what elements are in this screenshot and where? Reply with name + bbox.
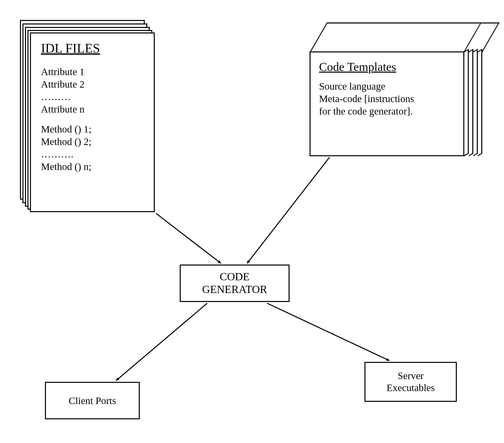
- arrow-generator-to-client: [116, 303, 207, 381]
- code-generator-line1: CODE: [220, 271, 250, 283]
- idl-front-page: IDL FILES Attribute 1 Attribute 2 ……… At…: [30, 32, 155, 212]
- arrow-generator-to-server: [267, 303, 389, 361]
- idl-line: Method () 2;: [41, 136, 144, 148]
- code-templates-line: Meta-code [instructions: [319, 93, 455, 105]
- ct-edge-page: [469, 49, 473, 156]
- server-line1: Server: [398, 370, 424, 382]
- server-line2: Executables: [386, 382, 435, 394]
- idl-line: Method () n;: [41, 160, 144, 173]
- code-generator-box: CODE GENERATOR: [180, 265, 290, 302]
- ct-front-face: Code Templates Source language Meta-code…: [310, 51, 464, 156]
- code-templates-title: Code Templates: [319, 60, 455, 74]
- idl-title: IDL FILES: [41, 41, 144, 56]
- arrow-idl-to-generator: [156, 213, 221, 263]
- code-templates-line: for the code generator].: [319, 105, 455, 118]
- ct-edge-page: [478, 49, 482, 156]
- idl-line: Attribute 2: [41, 78, 144, 91]
- arrow-templates-to-generator: [247, 157, 330, 263]
- code-generator-line2: GENERATOR: [202, 283, 267, 296]
- diagram-canvas: IDL FILES Attribute 1 Attribute 2 ……… At…: [0, 0, 504, 443]
- code-templates-line: Source language: [319, 80, 455, 93]
- idl-line: ……….: [41, 148, 144, 160]
- idl-gap: [41, 116, 144, 123]
- idl-line: Method () 1;: [41, 123, 144, 136]
- ct-edge-page: [464, 49, 469, 156]
- client-ports-box: Client Ports: [45, 382, 140, 419]
- server-executables-box: Server Executables: [364, 362, 457, 402]
- ct-edge-page: [473, 49, 478, 156]
- idl-line: ………: [41, 91, 144, 103]
- idl-line: Attribute 1: [41, 66, 144, 78]
- ct-top-face: [310, 22, 482, 52]
- idl-line: Attribute n: [41, 103, 144, 116]
- client-ports-label: Client Ports: [69, 395, 116, 407]
